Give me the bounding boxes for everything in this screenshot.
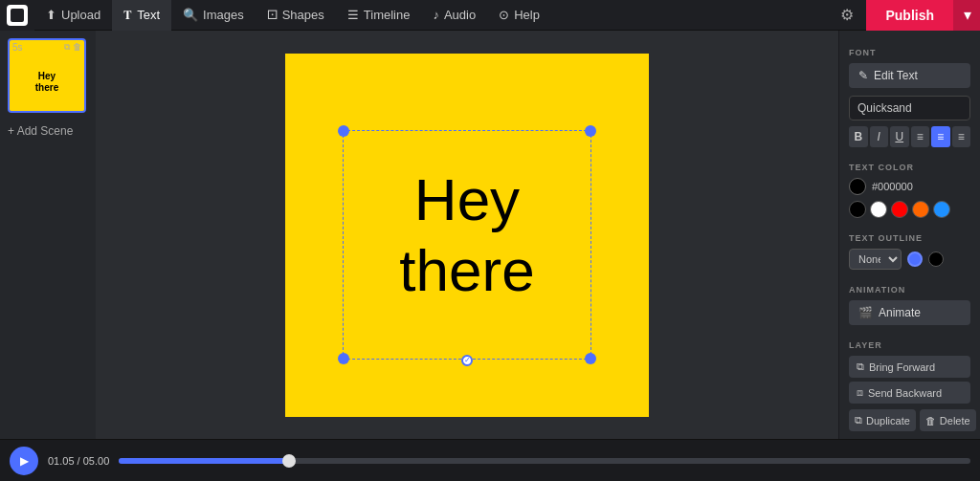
bring-forward-button[interactable]: ⧉ Bring Forward (849, 356, 970, 378)
align-center-button[interactable]: ≡ (931, 126, 950, 147)
total-time: 05.00 (83, 455, 110, 467)
color-options (849, 201, 970, 218)
delete-label: Delete (940, 415, 970, 426)
main-color-swatch[interactable] (849, 178, 866, 195)
animation-section-label: ANIMATION (849, 285, 970, 295)
handle-top-left[interactable] (338, 125, 349, 137)
shapes-label: Shapes (282, 8, 324, 22)
duplicate-button[interactable]: ⧉ Duplicate (849, 409, 916, 431)
settings-button[interactable]: ⚙ (828, 0, 866, 31)
images-label: Images (203, 8, 244, 22)
layer-actions: ⧉ Duplicate 🗑 Delete (849, 409, 970, 431)
chevron-down-icon: ▾ (964, 6, 971, 24)
images-button[interactable]: 🔍 Images (171, 0, 256, 31)
upload-label: Upload (61, 8, 100, 22)
text-button[interactable]: 𝐓 Text (112, 0, 171, 31)
audio-button[interactable]: ♪ Audio (421, 0, 487, 31)
send-backward-button[interactable]: ⧈ Send Backward (849, 382, 970, 404)
handle-bottom-left[interactable] (338, 353, 349, 364)
edit-text-label: Edit Text (874, 69, 918, 82)
canvas-text-element[interactable]: Hey there (399, 164, 534, 306)
font-name-input[interactable] (849, 96, 970, 120)
duplicate-icon: ⧉ (855, 414, 862, 426)
scene-text: Hey there (35, 71, 58, 94)
timeline: ▶ 01.05 / 05.00 (0, 439, 980, 481)
help-icon: ⊙ (499, 8, 509, 22)
upload-icon: ⬆ (46, 8, 56, 22)
edit-text-button[interactable]: ✎ Edit Text (849, 63, 970, 88)
underline-button[interactable]: U (890, 126, 909, 147)
timeline-thumb[interactable] (282, 454, 296, 468)
color-white[interactable] (870, 201, 887, 218)
animate-button[interactable]: 🎬 Animate (849, 300, 970, 325)
audio-label: Audio (444, 8, 476, 22)
canvas-area: Hey there ✓ (96, 31, 838, 439)
add-scene-label: + Add Scene (8, 124, 73, 138)
handle-top-right[interactable] (585, 125, 596, 137)
send-backward-icon: ⧈ (857, 386, 863, 399)
handle-bottom-center[interactable]: ✓ (461, 355, 473, 366)
top-nav: ⬆ Upload 𝐓 Text 🔍 Images ⚀ Shapes ☰ Time… (0, 0, 980, 31)
add-scene-button[interactable]: + Add Scene (8, 120, 88, 142)
format-row: B I U ≡ ≡ ≡ (849, 126, 970, 147)
main-area: 5s ⧉ 🗑 Hey there + Add Scene Hey (0, 31, 980, 439)
canvas-wrapper[interactable]: Hey there ✓ (285, 54, 649, 417)
bring-forward-label: Bring Forward (869, 361, 935, 373)
publish-label: Publish (885, 8, 934, 23)
help-button[interactable]: ⊙ Help (487, 0, 551, 31)
animate-icon: 🎬 (858, 306, 873, 319)
canvas-background: Hey there ✓ (285, 54, 649, 417)
align-right-button[interactable]: ≡ (952, 126, 971, 147)
timeline-label: Timeline (364, 8, 411, 22)
shapes-button[interactable]: ⚀ Shapes (256, 0, 336, 31)
outline-row: None Thin Medium Thick (849, 249, 970, 270)
send-backward-label: Send Backward (868, 387, 942, 399)
color-hex-value: #000000 (872, 181, 913, 192)
copy-icon: ⧉ (64, 42, 70, 53)
scene-meta-1: 5s ⧉ 🗑 (10, 40, 84, 55)
upload-button[interactable]: ⬆ Upload (34, 0, 112, 31)
time-display: 01.05 / 05.00 (48, 455, 109, 467)
current-time: 01.05 (48, 455, 75, 467)
scene-duration: 5s (12, 42, 23, 53)
app-logo (0, 0, 34, 31)
scene-thumb-1[interactable]: 5s ⧉ 🗑 Hey there (8, 38, 86, 113)
publish-button[interactable]: Publish (866, 0, 953, 31)
animate-label: Animate (879, 306, 921, 319)
font-section-label: FONT (849, 48, 970, 57)
right-panel: FONT ✎ Edit Text B I U ≡ ≡ ≡ TEXT COLOR … (838, 31, 980, 439)
delete-button[interactable]: 🗑 Delete (920, 409, 976, 431)
color-orange[interactable] (912, 201, 929, 218)
color-red[interactable] (891, 201, 908, 218)
timeline-progress (119, 458, 289, 464)
color-black[interactable] (849, 201, 866, 218)
text-color-section-label: TEXT COLOR (849, 163, 970, 172)
gear-icon: ⚙ (840, 6, 854, 24)
outline-color-blue[interactable] (907, 251, 923, 267)
color-blue[interactable] (933, 201, 950, 218)
scenes-panel: 5s ⧉ 🗑 Hey there + Add Scene (0, 31, 96, 439)
trash-icon: 🗑 (73, 42, 81, 53)
outline-color-black[interactable] (928, 251, 944, 267)
play-button[interactable]: ▶ (10, 447, 38, 475)
help-label: Help (514, 8, 540, 22)
timeline-button[interactable]: ☰ Timeline (336, 0, 422, 31)
images-icon: 🔍 (183, 8, 198, 22)
publish-dropdown-button[interactable]: ▾ (953, 0, 980, 31)
handle-bottom-right[interactable] (585, 353, 596, 364)
trash-icon: 🗑 (925, 415, 936, 426)
outline-select[interactable]: None Thin Medium Thick (849, 249, 902, 270)
timeline-icon: ☰ (347, 8, 359, 22)
play-icon: ▶ (20, 454, 29, 468)
align-left-button[interactable]: ≡ (911, 126, 930, 147)
pencil-icon: ✎ (858, 69, 868, 82)
bold-button[interactable]: B (849, 126, 868, 147)
duplicate-label: Duplicate (866, 415, 910, 426)
audio-icon: ♪ (433, 8, 439, 22)
text-outline-section-label: TEXT OUTLINE (849, 233, 970, 243)
shapes-icon: ⚀ (267, 8, 278, 22)
timeline-track[interactable] (119, 458, 970, 464)
bring-forward-icon: ⧉ (857, 361, 864, 373)
italic-button[interactable]: I (870, 126, 889, 147)
color-hex-row: #000000 (849, 178, 970, 195)
